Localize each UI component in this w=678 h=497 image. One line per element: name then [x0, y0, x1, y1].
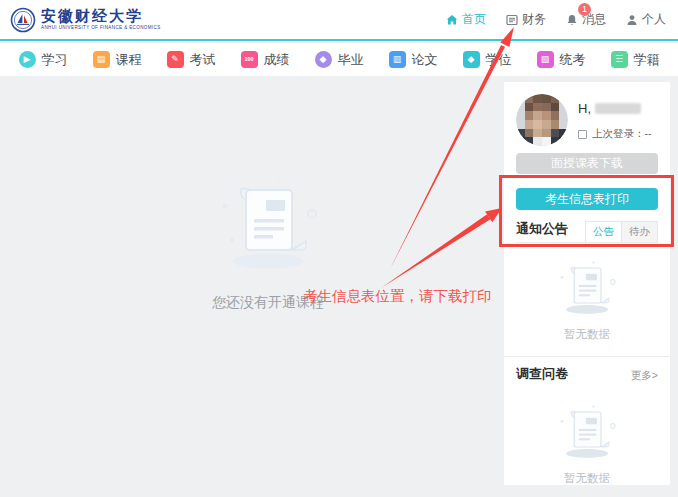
tab-todo[interactable]: 待办 [622, 221, 658, 242]
topnav-item-profile[interactable]: 个人 [626, 11, 666, 28]
notice-title: 通知公告 [516, 220, 568, 242]
nav-item-score[interactable]: 100 成绩 [241, 51, 290, 69]
last-login-text: 上次登录：-- [592, 127, 652, 141]
nav-label: 成绩 [264, 51, 290, 69]
degree-icon: ◆ [463, 51, 480, 68]
finance-icon [506, 14, 518, 26]
print-exam-info-button[interactable]: 考生信息表打印 [516, 188, 658, 210]
university-name-en: ANHUI UNIVERSITY OF FINANCE & ECONOMICS [41, 26, 161, 31]
tab-announcements[interactable]: 公告 [585, 221, 622, 242]
nav-label: 毕业 [338, 51, 364, 69]
survey-empty-state: 暂无数据 [516, 387, 658, 497]
enrollment-icon: ☰ [611, 51, 628, 68]
empty-scroll-illustration [208, 176, 328, 276]
sidebar: H, 上次登录：-- 面授课表下载 考生信息表打印 通知公告 公告 待办 [504, 82, 670, 485]
topnav-item-messages[interactable]: 消息 1 [566, 11, 606, 28]
university-logo: 安徽财经大学 ANHUI UNIVERSITY OF FINANCE & ECO… [10, 7, 161, 33]
notice-empty-state: 暂无数据 [516, 243, 658, 356]
user-name-redacted [595, 103, 641, 114]
top-navigation: 首页 财务 消息 1 个人 [446, 11, 668, 28]
thesis-icon: ▥ [389, 51, 406, 68]
study-icon: ▶ [19, 51, 36, 68]
module-navigation: ▶ 学习 ▤ 课程 ✎ 考试 100 成绩 ◆ 毕业 ▥ 论文 ◆ 学位 ▧ 统… [0, 43, 678, 76]
download-schedule-button[interactable]: 面授课表下载 [516, 153, 658, 174]
topnav-item-home[interactable]: 首页 [446, 11, 486, 28]
top-header: 安徽财经大学 ANHUI UNIVERSITY OF FINANCE & ECO… [0, 0, 678, 41]
person-icon [626, 14, 638, 26]
nav-label: 论文 [412, 51, 438, 69]
empty-scroll-illustration [552, 259, 622, 319]
nav-label: 考试 [190, 51, 216, 69]
notice-section-header: 通知公告 公告 待办 [516, 220, 658, 243]
graduation-icon: ◆ [315, 51, 332, 68]
notice-tabs: 公告 待办 [585, 221, 658, 242]
no-data-text: 暂无数据 [564, 327, 610, 342]
user-name: H, [578, 101, 591, 116]
home-icon [446, 14, 458, 26]
user-panel: H, 上次登录：-- [516, 94, 658, 146]
calendar-icon [578, 130, 587, 139]
nav-item-course[interactable]: ▤ 课程 [93, 51, 142, 69]
course-icon: ▤ [93, 51, 110, 68]
avatar [516, 94, 568, 146]
survey-section-header: 调查问卷 更多> [516, 365, 658, 387]
nav-label: 统考 [560, 51, 586, 69]
empty-scroll-illustration [552, 403, 622, 463]
topnav-item-finance[interactable]: 财务 [506, 11, 546, 28]
survey-title: 调查问卷 [516, 365, 568, 387]
section-divider [504, 356, 670, 357]
exam-icon: ✎ [167, 51, 184, 68]
nav-item-thesis[interactable]: ▥ 论文 [389, 51, 438, 69]
no-data-text: 暂无数据 [564, 471, 610, 486]
score-icon: 100 [241, 51, 258, 68]
topnav-label: 个人 [642, 11, 666, 28]
nav-label: 课程 [116, 51, 142, 69]
topnav-label: 首页 [462, 11, 486, 28]
topnav-label: 财务 [522, 11, 546, 28]
university-name-cn: 安徽财经大学 [41, 9, 161, 24]
message-count-badge: 1 [578, 3, 591, 16]
university-emblem-icon [10, 7, 36, 33]
nav-item-study[interactable]: ▶ 学习 [19, 51, 68, 69]
nav-item-graduation[interactable]: ◆ 毕业 [315, 51, 364, 69]
unified-exam-icon: ▧ [537, 51, 554, 68]
nav-label: 学籍 [634, 51, 660, 69]
nav-item-enrollment[interactable]: ☰ 学籍 [611, 51, 660, 69]
nav-item-unified-exam[interactable]: ▧ 统考 [537, 51, 586, 69]
annotation-note-text: 考生信息表位置，请下载打印 [303, 287, 492, 306]
nav-item-exam[interactable]: ✎ 考试 [167, 51, 216, 69]
survey-more-link[interactable]: 更多> [631, 369, 658, 383]
nav-label: 学位 [486, 51, 512, 69]
bell-icon [566, 14, 578, 26]
nav-item-degree[interactable]: ◆ 学位 [463, 51, 512, 69]
nav-label: 学习 [42, 51, 68, 69]
